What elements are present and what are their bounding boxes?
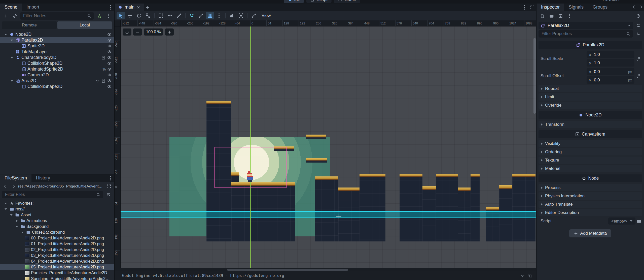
scroll-scale-x-field[interactable]: x 1.0 (587, 51, 634, 58)
edit-history-button[interactable] (634, 12, 642, 20)
collapse-arrow[interactable] (15, 220, 19, 222)
visibility-eye-icon[interactable] (107, 50, 112, 54)
visibility-eye-icon[interactable] (107, 38, 112, 42)
collapse-arrow[interactable] (10, 80, 14, 82)
scroll-scale-y-field[interactable]: y 1.0 (587, 59, 634, 67)
viewport-canvas[interactable]: 100.0 % (121, 26, 536, 268)
scene-tree-row[interactable]: Sprite2D (0, 43, 114, 49)
file-tree-row[interactable]: Background (0, 224, 114, 229)
file-tree-row[interactable]: Sunshine_ProjectLittleAdventurerAndie2D.… (0, 276, 114, 280)
vertical-scrollbar[interactable] (533, 38, 536, 114)
collapse-arrow[interactable] (20, 231, 25, 234)
scene-tree-row[interactable]: Node2D (0, 32, 114, 37)
save-resource-button[interactable] (557, 12, 564, 20)
advanced-filter-button[interactable] (95, 12, 103, 20)
file-tree-row-selected[interactable]: 05_ProjectLittleAdventurerAndie2D.png (0, 264, 114, 270)
file-tree-row[interactable]: 01_ProjectLittleAdventurerAndie2D.png (0, 241, 114, 247)
zoom-out-button[interactable] (133, 28, 142, 36)
file-tree-row[interactable]: 03_ProjectLittleAdventurerAndie2D.png (0, 253, 114, 258)
scene-tab-main[interactable]: main (115, 4, 144, 11)
collapse-arrow[interactable] (4, 208, 8, 210)
vertical-ruler[interactable]: -576-512-448-384-320-256-192-128-6406412… (115, 26, 121, 268)
collapse-arrow[interactable] (15, 226, 19, 227)
scroll-offset-y-field[interactable]: y 0.0 px (587, 76, 634, 84)
zoom-level-button[interactable]: 100.0 % (144, 28, 163, 36)
new-resource-button[interactable] (539, 12, 546, 20)
workspace-game-button[interactable]: Game (334, 0, 360, 3)
unique-name-badge[interactable]: % (103, 67, 106, 71)
collapse-arrow[interactable] (4, 34, 8, 35)
visibility-eye-icon[interactable] (107, 44, 112, 48)
move-tool-button[interactable] (126, 12, 134, 19)
file-tree-row[interactable]: 04_ProjectLittleAdventurerAndie2D.png (0, 258, 114, 264)
box-select-tool-button[interactable] (157, 12, 165, 19)
section-editor-description[interactable]: Editor Description (539, 209, 642, 216)
tab-history[interactable]: History (31, 174, 55, 182)
view-menu-button[interactable]: View (259, 12, 274, 19)
file-tree-row[interactable]: Animations (0, 218, 114, 224)
snapping-options-button[interactable] (215, 12, 223, 19)
filesystem-menu-button[interactable] (106, 174, 114, 182)
section-transform[interactable]: Transform (539, 121, 642, 128)
grid-snap-toggle[interactable] (206, 12, 214, 19)
scroll-offset-x-field[interactable]: x 0.0 px (587, 68, 634, 75)
section-process[interactable]: Process (539, 184, 642, 191)
horizontal-scrollbar-track[interactable] (115, 268, 536, 271)
workspace-2d-button[interactable]: 2D (284, 0, 304, 3)
horizontal-scrollbar[interactable] (227, 269, 348, 271)
scene-tree-row[interactable]: CollisionShape2D (0, 60, 114, 66)
scene-tree-row[interactable]: CollisionShape2D (0, 84, 114, 89)
file-tree-row[interactable]: res:// (0, 206, 114, 212)
visibility-eye-icon[interactable] (107, 67, 112, 71)
zoom-in-button[interactable] (165, 28, 174, 36)
collapse-arrow[interactable] (10, 40, 14, 41)
scene-tree-options-button[interactable] (104, 12, 112, 20)
scale-tool-button[interactable] (144, 12, 152, 19)
tab-filesystem[interactable]: FileSystem (0, 174, 31, 182)
select-tool-button[interactable] (117, 12, 125, 19)
ruler-tool-button[interactable] (175, 12, 183, 19)
history-back-button[interactable] (2, 183, 9, 190)
add-node-button[interactable] (2, 12, 10, 20)
attached-script-icon[interactable] (101, 55, 106, 60)
collapse-arrow[interactable] (10, 57, 14, 58)
file-tree-row[interactable]: Asset (0, 212, 114, 218)
renderer-selector[interactable]: Forward+ (603, 0, 620, 2)
pivot-tool-button[interactable] (166, 12, 174, 19)
scene-tree-row-selected[interactable]: Parallax2D (0, 37, 114, 43)
scene-tree-row[interactable]: AnimatedSprite2D % (0, 66, 114, 72)
skeleton-options-button[interactable] (249, 12, 258, 19)
file-tree-row[interactable]: 00_ProjectLittleAdventurerAndie2D.png (0, 235, 114, 241)
filter-properties-input[interactable] (541, 31, 626, 37)
scene-tabs-menu-button[interactable] (521, 4, 528, 11)
close-icon[interactable] (137, 6, 140, 9)
tab-inspector[interactable]: Inspector (536, 4, 564, 11)
edited-node-dropdown[interactable]: Parallax2D (539, 22, 633, 29)
file-sort-button[interactable] (104, 191, 112, 198)
object-properties-button[interactable] (634, 22, 642, 29)
link-values-button[interactable] (634, 51, 642, 67)
section-repeat[interactable]: Repeat (539, 85, 642, 92)
filter-nodes-search[interactable] (20, 12, 94, 20)
tabs-scroll-left-button[interactable] (631, 4, 637, 10)
lock-selected-button[interactable] (228, 12, 236, 19)
resource-options-button[interactable] (566, 12, 573, 20)
selection-rect[interactable] (214, 147, 287, 188)
section-limit[interactable]: Limit (539, 93, 642, 101)
history-forward-button[interactable] (10, 183, 17, 190)
rotate-tool-button[interactable] (135, 12, 143, 19)
file-tree-row[interactable]: Favorites: (0, 200, 114, 206)
link-values-button[interactable] (634, 68, 642, 84)
scene-tree-row[interactable]: Area2D (0, 78, 114, 84)
tab-import[interactable]: Import (22, 4, 44, 11)
workspace-script-button[interactable]: Script (306, 0, 331, 3)
attached-script-icon[interactable] (101, 79, 106, 83)
collapse-arrow[interactable] (4, 203, 8, 204)
instantiate-scene-button[interactable] (11, 12, 19, 20)
visibility-eye-icon[interactable] (107, 79, 112, 83)
smart-snap-toggle[interactable] (188, 12, 196, 19)
add-metadata-button[interactable]: Add Metadata (569, 229, 612, 237)
script-value-dropdown[interactable]: <empty> (608, 217, 635, 225)
property-name-style-button[interactable] (634, 30, 642, 38)
script-quick-load-button[interactable] (635, 218, 642, 224)
